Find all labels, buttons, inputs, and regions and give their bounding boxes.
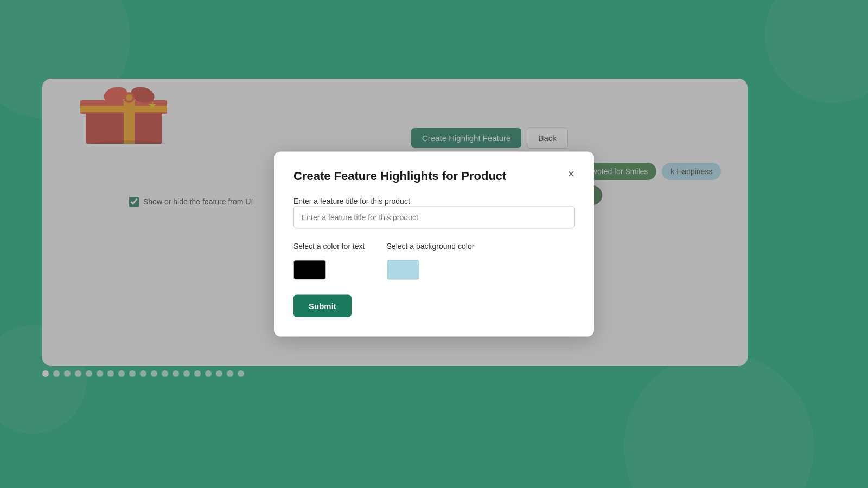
bg-color-label: Select a background color xyxy=(387,242,475,251)
bg-color-group: Select a background color xyxy=(387,242,475,280)
text-color-group: Select a color for text xyxy=(293,242,365,280)
modal-close-button[interactable]: × xyxy=(567,168,575,180)
modal-title: Create Feature Highlights for Product xyxy=(293,169,506,183)
modal-create-feature: Create Feature Highlights for Product × … xyxy=(274,152,594,337)
bg-color-swatch[interactable] xyxy=(387,260,419,280)
color-row: Select a color for text Select a backgro… xyxy=(293,242,575,280)
submit-button[interactable]: Submit xyxy=(293,295,352,317)
modal-header: Create Feature Highlights for Product × xyxy=(293,169,575,183)
feature-title-input[interactable] xyxy=(293,206,575,229)
text-color-picker-wrapper xyxy=(293,260,365,280)
text-color-swatch[interactable] xyxy=(293,260,326,280)
text-color-label: Select a color for text xyxy=(293,242,365,251)
bg-color-picker-wrapper xyxy=(387,260,475,280)
feature-title-label: Enter a feature title for this product xyxy=(293,197,410,206)
